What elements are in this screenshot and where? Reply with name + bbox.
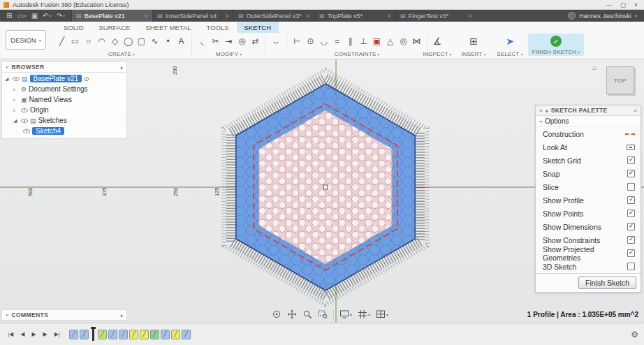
- panel-options-icon[interactable]: ●: [120, 313, 123, 318]
- show-dimensions-checkbox[interactable]: [627, 223, 635, 230]
- visibility-eye-icon[interactable]: [21, 117, 28, 124]
- option-show-projected-geometries[interactable]: Show Projected Geometries: [536, 247, 641, 260]
- document-tab-outersidepanel[interactable]: ▤ OuterSidePanel v3* ×: [233, 10, 314, 22]
- panel-options-icon[interactable]: ●: [120, 65, 123, 70]
- user-menu[interactable]: Hannes Jaschinski ▾: [561, 10, 644, 22]
- fillet-tool-icon[interactable]: ◟: [196, 34, 209, 49]
- tangent-constraint-icon[interactable]: ◡: [317, 34, 330, 49]
- polygon-tool-icon[interactable]: ◇: [108, 34, 122, 49]
- home-view-icon[interactable]: ⌂: [592, 64, 597, 71]
- timeline-feature[interactable]: [108, 330, 117, 339]
- expand-panel-icon[interactable]: »: [634, 108, 637, 114]
- inspect-dropdown[interactable]: INSPECT▾: [423, 51, 451, 57]
- dimension-label[interactable]: 250: [172, 66, 178, 75]
- timeline-feature[interactable]: [129, 330, 138, 339]
- timeline-go-to-end-button[interactable]: ▶|: [52, 330, 62, 339]
- coincident-constraint-icon[interactable]: ⊙: [304, 34, 317, 49]
- close-tab-icon[interactable]: ×: [226, 13, 229, 20]
- fix-unfix-constraint-icon[interactable]: ▣: [370, 34, 383, 49]
- timeline-feature[interactable]: [80, 330, 89, 339]
- expander-icon[interactable]: ▹: [13, 108, 19, 113]
- pan-icon[interactable]: [285, 309, 299, 320]
- select-dropdown[interactable]: SELECT▾: [497, 51, 522, 57]
- tab-tools[interactable]: TOOLS: [199, 22, 237, 33]
- browser-item-sketch4[interactable]: Sketch4: [2, 126, 126, 136]
- grid-and-snaps-icon[interactable]: ▾: [356, 309, 372, 320]
- sketch-grid-checkbox[interactable]: [627, 156, 635, 164]
- finish-sketch-check-icon[interactable]: ✓: [550, 36, 562, 47]
- browser-item-document-settings[interactable]: ▹ ⚙ Document Settings: [2, 84, 126, 94]
- option-show-profile[interactable]: Show Profile: [536, 193, 641, 207]
- expander-icon[interactable]: ◢: [5, 76, 10, 82]
- perpendicular-constraint-icon[interactable]: ⊥: [357, 34, 370, 49]
- undo-icon[interactable]: ↶▾: [43, 12, 51, 20]
- visibility-eye-icon[interactable]: [23, 128, 30, 135]
- save-icon[interactable]: ▣: [31, 12, 38, 20]
- offset-tool-icon[interactable]: ◎: [235, 34, 249, 49]
- document-tab-topplate[interactable]: ▤ TopPlate v5* ×: [314, 10, 395, 22]
- minimize-button[interactable]: —: [606, 1, 613, 8]
- text-tool-icon[interactable]: A: [175, 34, 188, 49]
- view-cube-face-top[interactable]: TOP: [606, 66, 634, 94]
- option-snap[interactable]: Snap: [536, 167, 641, 180]
- constraints-dropdown[interactable]: CONSTRAINTS▾: [335, 51, 380, 57]
- viewports-icon[interactable]: ▾: [374, 309, 390, 320]
- viewport-canvas[interactable]: 500 375 250 125 250 « BROWSER ● ◢ ▤ Base…: [0, 59, 644, 323]
- timeline-play-button[interactable]: ▶: [29, 330, 38, 339]
- option-show-points[interactable]: Show Points: [536, 207, 641, 220]
- close-button[interactable]: ×: [634, 1, 638, 8]
- display-settings-icon[interactable]: ▾: [337, 309, 354, 320]
- timeline-feature[interactable]: [140, 330, 149, 339]
- timeline-feature[interactable]: [182, 330, 191, 339]
- tab-surface[interactable]: SURFACE: [92, 22, 138, 33]
- browser-item-origin[interactable]: ▹ Origin: [2, 105, 126, 115]
- sketch-dimension-icon[interactable]: ↔: [270, 34, 283, 49]
- ellipse-tool-icon[interactable]: ◯: [122, 34, 135, 49]
- zoom-icon[interactable]: [300, 309, 314, 320]
- activate-component-icon[interactable]: ⊙: [84, 75, 89, 82]
- select-cursor-icon[interactable]: ➤: [506, 34, 514, 49]
- collapse-panel-icon[interactable]: «: [6, 64, 8, 71]
- browser-item-sketches[interactable]: ◢ ▤ Sketches: [2, 115, 126, 126]
- file-menu-icon[interactable]: ▭▾: [17, 12, 26, 20]
- option-show-dimensions[interactable]: Show Dimensions: [536, 220, 641, 233]
- timeline-step-forward-button[interactable]: ▶: [41, 330, 50, 339]
- option-construction[interactable]: Construction: [536, 127, 641, 140]
- line-tool-icon[interactable]: ╱: [55, 34, 68, 49]
- options-section-header[interactable]: ▾ Options: [536, 116, 641, 127]
- parallel-constraint-icon[interactable]: ∥: [344, 34, 357, 49]
- dimension-label[interactable]: 125: [214, 187, 220, 196]
- close-tab-icon[interactable]: ×: [388, 13, 391, 20]
- show-projected-geometries-checkbox[interactable]: [627, 249, 635, 257]
- browser-root-row[interactable]: ◢ ▤ BasePlate v21 ⊙: [2, 73, 126, 84]
- tab-solid[interactable]: SOLID: [56, 22, 92, 33]
- show-constraints-checkbox[interactable]: [627, 236, 635, 244]
- modify-dropdown[interactable]: MODIFY▾: [216, 51, 242, 57]
- look-at-icon[interactable]: [627, 145, 635, 150]
- timeline-step-back-button[interactable]: ◀: [18, 330, 27, 339]
- 3d-sketch-checkbox[interactable]: [627, 263, 635, 270]
- visibility-eye-icon[interactable]: [13, 75, 20, 82]
- zoom-window-icon[interactable]: [316, 309, 330, 320]
- show-points-checkbox[interactable]: [627, 210, 635, 217]
- insert-icon[interactable]: ⊞: [469, 34, 478, 49]
- slot-tool-icon[interactable]: ▢: [135, 34, 148, 49]
- show-profile-checkbox[interactable]: [627, 196, 635, 204]
- timeline-feature[interactable]: [119, 330, 128, 339]
- timeline-feature[interactable]: [171, 330, 180, 339]
- expander-icon[interactable]: ◢: [13, 118, 19, 124]
- circle-tool-icon[interactable]: ○: [82, 34, 95, 49]
- document-tab-baseplate[interactable]: ▤ BasePlate v21 ×: [71, 10, 152, 22]
- trim-tool-icon[interactable]: ✂: [209, 34, 222, 49]
- option-sketch-grid[interactable]: Sketch Grid: [536, 154, 641, 167]
- timeline-feature[interactable]: [69, 330, 78, 339]
- concentric-constraint-icon[interactable]: ◎: [397, 34, 410, 49]
- timeline-position-marker[interactable]: [92, 328, 94, 341]
- arc-tool-icon[interactable]: ◠: [95, 34, 108, 49]
- expander-icon[interactable]: ▹: [13, 87, 19, 92]
- snap-checkbox[interactable]: [627, 170, 635, 177]
- slice-checkbox[interactable]: [627, 183, 635, 191]
- dimension-label[interactable]: 500: [27, 187, 34, 196]
- maximize-button[interactable]: ▢: [620, 1, 626, 8]
- finish-sketch-button[interactable]: FINISH SKETCH▾: [532, 49, 580, 55]
